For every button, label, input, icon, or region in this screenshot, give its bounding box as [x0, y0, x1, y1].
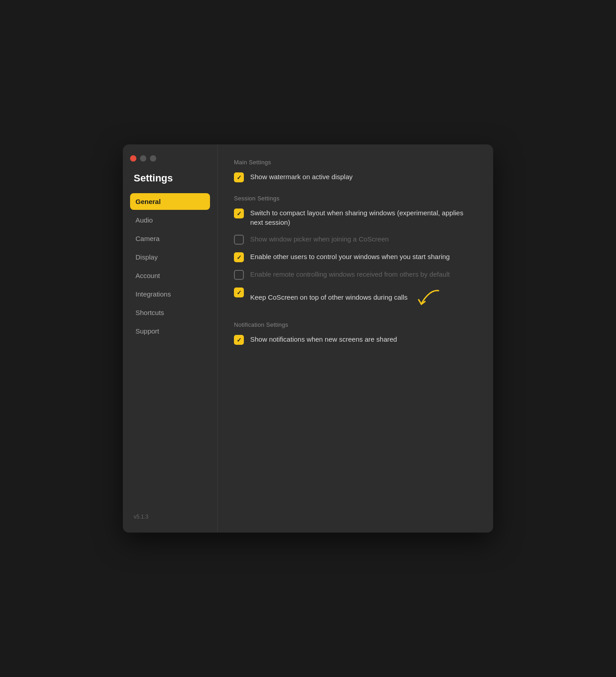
checkbox-enable-control[interactable]	[234, 252, 244, 262]
sidebar-item-shortcuts[interactable]: Shortcuts	[130, 304, 210, 321]
checkbox-remote-control[interactable]	[234, 270, 244, 280]
sidebar-item-account[interactable]: Account	[130, 267, 210, 284]
section-session-settings: Session Settings Switch to compact layou…	[234, 195, 477, 309]
section-notification-settings-title: Notification Settings	[234, 321, 477, 328]
sidebar-item-support[interactable]: Support	[130, 323, 210, 339]
sidebar-item-camera[interactable]: Camera	[130, 230, 210, 247]
label-remote-control: Enable remote controlling windows receiv…	[250, 269, 450, 279]
setting-remote-control: Enable remote controlling windows receiv…	[234, 269, 477, 280]
checkbox-show-notifications[interactable]	[234, 335, 244, 345]
setting-enable-control: Enable other users to control your windo…	[234, 252, 477, 262]
setting-watermark: Show watermark on active display	[234, 172, 477, 182]
minimize-button[interactable]	[140, 155, 146, 162]
setting-window-picker: Show window picker when joining a CoScre…	[234, 234, 477, 245]
version-label: v5.1.3	[130, 514, 210, 522]
setting-compact-layout: Switch to compact layout when sharing wi…	[234, 208, 477, 227]
sidebar-title: Settings	[130, 172, 210, 184]
arrow-annotation	[413, 287, 442, 309]
section-main-settings: Main Settings Show watermark on active d…	[234, 159, 477, 182]
section-notification-settings: Notification Settings Show notifications…	[234, 321, 477, 345]
close-button[interactable]	[130, 155, 136, 162]
checkbox-keep-on-top[interactable]	[234, 287, 244, 297]
checkbox-window-picker[interactable]	[234, 235, 244, 245]
label-window-picker: Show window picker when joining a CoScre…	[250, 234, 389, 244]
sidebar-nav: General Audio Camera Display Account Int…	[130, 193, 210, 514]
traffic-lights	[130, 155, 210, 162]
settings-window: Settings General Audio Camera Display Ac…	[123, 144, 493, 533]
sidebar-item-display[interactable]: Display	[130, 249, 210, 265]
checkbox-watermark[interactable]	[234, 172, 244, 182]
sidebar-item-audio[interactable]: Audio	[130, 212, 210, 228]
main-content: Main Settings Show watermark on active d…	[218, 144, 493, 533]
label-enable-control: Enable other users to control your windo…	[250, 252, 450, 261]
checkbox-compact-layout[interactable]	[234, 209, 244, 218]
label-keep-on-top: Keep CoScreen on top of other windows du…	[250, 287, 442, 309]
setting-show-notifications: Show notifications when new screens are …	[234, 334, 477, 345]
sidebar-item-integrations[interactable]: Integrations	[130, 286, 210, 302]
maximize-button[interactable]	[150, 155, 156, 162]
sidebar-item-general[interactable]: General	[130, 193, 210, 210]
section-main-settings-title: Main Settings	[234, 159, 477, 166]
sidebar: Settings General Audio Camera Display Ac…	[123, 144, 218, 533]
label-compact-layout: Switch to compact layout when sharing wi…	[250, 208, 477, 227]
label-watermark: Show watermark on active display	[250, 172, 353, 181]
section-session-settings-title: Session Settings	[234, 195, 477, 202]
label-show-notifications: Show notifications when new screens are …	[250, 334, 397, 344]
setting-keep-on-top: Keep CoScreen on top of other windows du…	[234, 287, 477, 309]
